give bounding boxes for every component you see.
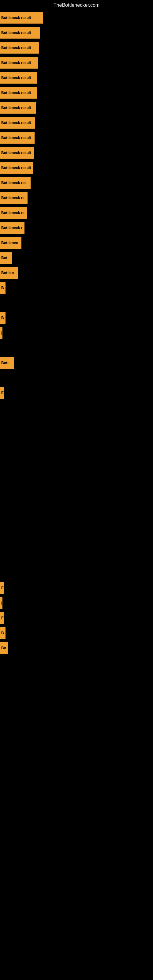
bar-label: E [1,391,4,395]
result-bar: | [0,597,2,609]
bar-row: Bottleneck result [0,70,153,85]
bar-label: Bottleneck result [1,91,31,95]
result-bar: B [0,627,5,639]
result-bar: B [0,312,5,324]
bar-row: B [0,280,153,295]
bar-row-empty [0,566,153,580]
bar-label: Bottleneck re [1,196,24,200]
result-bar: Bottleneck result [0,102,36,114]
bar-row: Bottleneck result [0,10,153,25]
bar-row: B [0,626,153,640]
bar-row: Bottleneck re [0,205,153,220]
bar-label: | [1,331,2,335]
bar-row: Bottleneck r [0,221,153,235]
result-bar: Bottleneck r [0,222,24,234]
result-bar: Bottleneck result [0,132,35,144]
bar-label: E [1,586,4,590]
bar-row: B [0,310,153,325]
bar-row-empty [0,656,153,670]
bar-label: Bottleneck result [1,121,31,125]
bar-label: Bot [1,256,7,260]
bar-row: Bottleneck result [0,56,153,70]
bar-label: B [1,316,4,320]
result-bar: Bottleneck res [0,177,30,189]
result-bar: Bottleneck result [0,147,33,159]
result-bar: Bott [0,357,14,369]
result-bar: E [0,582,4,594]
result-bar: Bottleneck re [0,207,27,219]
bar-row-empty [0,371,153,385]
bar-label: E [1,616,4,620]
result-bar: Bottlen [0,267,18,279]
bars-container: Bottleneck resultBottleneck resultBottle… [0,10,153,670]
bar-row: Bottleneck result [0,130,153,145]
bar-row: E [0,581,153,595]
result-bar: Bottlenec [0,237,21,249]
bar-label: Bottleneck result [1,30,31,35]
result-bar: Bottleneck result [0,162,33,173]
bar-row-empty [0,401,153,415]
bar-label: Bottleneck result [1,166,31,170]
bar-label: Bottleneck res [1,181,27,185]
bar-label: B [1,286,4,290]
bar-row: Bottleneck re [0,191,153,205]
bar-row-empty [0,461,153,475]
result-bar: E [0,387,4,399]
bar-row-empty [0,415,153,430]
result-bar: Bottleneck result [0,57,38,68]
bar-row: Bottleneck result [0,161,153,175]
bar-row: Bottleneck result [0,100,153,115]
bar-row: Bottleneck result [0,86,153,100]
bar-label: | [1,601,2,605]
result-bar: | [0,327,2,339]
bar-row: Bottlen [0,266,153,280]
bar-row-empty [0,476,153,490]
bar-label: Bott [1,361,9,365]
bar-row: Bot [0,250,153,265]
result-bar: Bottleneck result [0,72,37,84]
bar-row: Bottlenec [0,235,153,250]
bar-label: Bottleneck result [1,106,31,110]
bar-row-empty [0,506,153,520]
bar-label: Bottleneck r [1,226,22,230]
bar-row: E [0,611,153,625]
result-bar: Bottleneck result [0,42,39,54]
bar-label: Bottleneck re [1,211,24,215]
bar-row-empty [0,296,153,310]
bar-row: Bott [0,356,153,370]
bar-row-empty [0,340,153,355]
bar-label: Bottleneck result [1,76,31,80]
bar-row-empty [0,445,153,460]
bar-row: Bottleneck result [0,25,153,40]
bar-row-empty [0,536,153,550]
result-bar: Bo [0,642,8,654]
result-bar: Bot [0,252,12,264]
site-title: TheBottlenecker.com [0,0,153,10]
bar-row: | [0,596,153,610]
bar-label: Bottleneck result [1,16,31,20]
bar-row: Bottleneck result [0,115,153,130]
result-bar: B [0,282,5,294]
bar-row: Bottleneck res [0,175,153,190]
result-bar: Bottleneck result [0,87,37,99]
bar-row-empty [0,431,153,445]
bar-row: | [0,326,153,340]
bar-label: Bottleneck result [1,46,31,50]
bar-row-empty [0,520,153,535]
bar-row: Bo [0,641,153,655]
result-bar: Bottleneck result [0,12,43,24]
bar-label: Bottlenec [1,241,18,245]
bar-label: Bottlen [1,271,14,275]
result-bar: Bottleneck result [0,27,40,38]
bar-label: Bo [1,646,6,650]
bar-row-empty [0,550,153,565]
bar-label: B [1,631,4,635]
result-bar: Bottleneck re [0,192,27,204]
result-bar: Bottleneck result [0,117,35,129]
bar-row: Bottleneck result [0,145,153,160]
bar-label: Bottleneck result [1,136,31,140]
bar-label: Bottleneck result [1,151,31,155]
bar-row-empty [0,491,153,505]
result-bar: E [0,612,4,624]
bar-row: E [0,385,153,400]
